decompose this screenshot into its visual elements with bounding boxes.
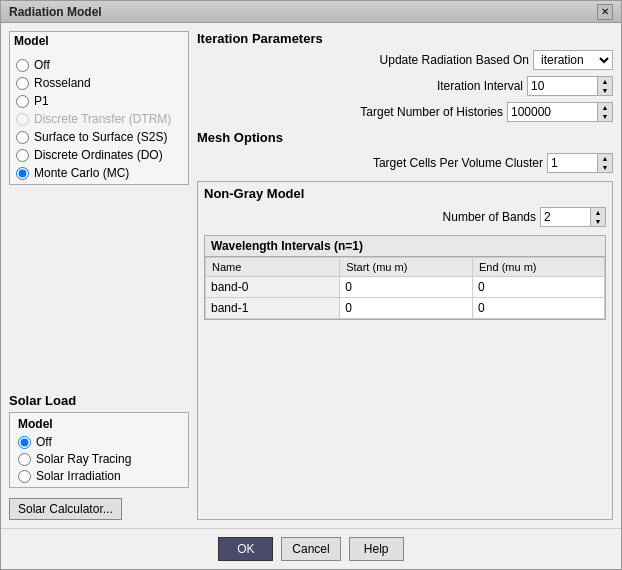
- table-header-row: Name Start (mu m) End (mu m): [206, 258, 605, 277]
- bands-up-button[interactable]: ▲: [591, 208, 605, 217]
- model-option-mc[interactable]: Monte Carlo (MC): [16, 166, 182, 180]
- bands-label: Number of Bands: [443, 210, 536, 224]
- iteration-params: Update Radiation Based On iteration Iter…: [197, 50, 613, 122]
- nongray-section: Non-Gray Model Number of Bands ▲ ▼ Wavel…: [197, 181, 613, 520]
- band0-end-cell: [473, 277, 605, 298]
- band1-end-input[interactable]: [474, 299, 603, 317]
- solar-model-subtitle: Model: [18, 417, 180, 431]
- model-option-p1[interactable]: P1: [16, 94, 182, 108]
- bands-spinner-buttons: ▲ ▼: [590, 207, 606, 227]
- cells-down-button[interactable]: ▼: [598, 163, 612, 172]
- solar-option-off[interactable]: Off: [18, 435, 180, 449]
- histories-row: Target Number of Histories ▲ ▼: [197, 102, 613, 122]
- right-panel: Iteration Parameters Update Radiation Ba…: [197, 31, 613, 520]
- interval-spinner-buttons: ▲ ▼: [597, 76, 613, 96]
- interval-row: Iteration Interval ▲ ▼: [197, 76, 613, 96]
- band0-start-input[interactable]: [341, 278, 471, 296]
- wavelength-table-container: Wavelength Intervals (n=1) Name Start (m…: [204, 235, 606, 320]
- wavelength-table-title: Wavelength Intervals (n=1): [205, 236, 605, 257]
- cells-label: Target Cells Per Volume Cluster: [373, 156, 543, 170]
- band1-name-input[interactable]: [207, 299, 338, 317]
- footer: OK Cancel Help: [1, 528, 621, 569]
- band0-name-cell: [206, 277, 340, 298]
- bands-down-button[interactable]: ▼: [591, 217, 605, 226]
- solar-calculator-button[interactable]: Solar Calculator...: [9, 498, 122, 520]
- col-name: Name: [206, 258, 340, 277]
- help-button[interactable]: Help: [349, 537, 404, 561]
- cells-up-button[interactable]: ▲: [598, 154, 612, 163]
- band1-start-cell: [340, 298, 473, 319]
- histories-label: Target Number of Histories: [360, 105, 503, 119]
- model-radio-rosseland[interactable]: [16, 77, 29, 90]
- band1-end-cell: [473, 298, 605, 319]
- cancel-button[interactable]: Cancel: [281, 537, 340, 561]
- band0-start-cell: [340, 277, 473, 298]
- bands-input[interactable]: [540, 207, 590, 227]
- ok-button[interactable]: OK: [218, 537, 273, 561]
- col-start: Start (mu m): [340, 258, 473, 277]
- cells-spinner-buttons: ▲ ▼: [597, 153, 613, 173]
- dialog-title: Radiation Model: [9, 5, 102, 19]
- model-option-do[interactable]: Discrete Ordinates (DO): [16, 148, 182, 162]
- histories-input[interactable]: [507, 102, 597, 122]
- bands-spinner: ▲ ▼: [540, 207, 606, 227]
- model-radio-p1[interactable]: [16, 95, 29, 108]
- interval-spinner: ▲ ▼: [527, 76, 613, 96]
- cells-row: Target Cells Per Volume Cluster ▲ ▼: [197, 153, 613, 173]
- histories-up-button[interactable]: ▲: [598, 103, 612, 112]
- table-row: [206, 298, 605, 319]
- histories-spinner-buttons: ▲ ▼: [597, 102, 613, 122]
- solar-model-group: Model Off Solar Ray Tracing Solar Irradi…: [9, 412, 189, 488]
- model-option-dtrm: Discrete Transfer (DTRM): [16, 112, 182, 126]
- radiation-model-dialog: Radiation Model ✕ Model Off Rosseland: [0, 0, 622, 570]
- nongray-title: Non-Gray Model: [204, 186, 606, 201]
- update-dropdown-group: iteration: [533, 50, 613, 70]
- model-option-s2s[interactable]: Surface to Surface (S2S): [16, 130, 182, 144]
- band1-name-cell: [206, 298, 340, 319]
- iteration-title: Iteration Parameters: [197, 31, 613, 50]
- interval-down-button[interactable]: ▼: [598, 86, 612, 95]
- mesh-section: Mesh Options Target Cells Per Volume Clu…: [197, 130, 613, 173]
- model-option-off[interactable]: Off: [16, 58, 182, 72]
- wavelength-table: Name Start (mu m) End (mu m): [205, 257, 605, 319]
- model-radio-group: Off Rosseland P1 Discrete Transfer (DTRM…: [10, 54, 188, 184]
- solar-radio-off[interactable]: [18, 436, 31, 449]
- band0-name-input[interactable]: [207, 278, 338, 296]
- mesh-title: Mesh Options: [197, 130, 613, 149]
- interval-input[interactable]: [527, 76, 597, 96]
- histories-spinner: ▲ ▼: [507, 102, 613, 122]
- update-dropdown[interactable]: iteration: [533, 50, 613, 70]
- model-group-title: Model: [10, 32, 188, 50]
- update-row: Update Radiation Based On iteration: [197, 50, 613, 70]
- solar-option-irradiation[interactable]: Solar Irradiation: [18, 469, 180, 483]
- update-label: Update Radiation Based On: [380, 53, 529, 67]
- model-radio-mc[interactable]: [16, 167, 29, 180]
- band1-start-input[interactable]: [341, 299, 471, 317]
- solar-radio-ray[interactable]: [18, 453, 31, 466]
- solar-radio-irradiation[interactable]: [18, 470, 31, 483]
- model-radio-off[interactable]: [16, 59, 29, 72]
- iteration-section: Iteration Parameters Update Radiation Ba…: [197, 31, 613, 122]
- close-button[interactable]: ✕: [597, 4, 613, 20]
- model-radio-dtrm: [16, 113, 29, 126]
- model-group: Model Off Rosseland P1: [9, 31, 189, 185]
- cells-spinner: ▲ ▼: [547, 153, 613, 173]
- left-panel: Model Off Rosseland P1: [9, 31, 189, 520]
- solar-load-title: Solar Load: [9, 393, 189, 408]
- interval-label: Iteration Interval: [437, 79, 523, 93]
- model-radio-s2s[interactable]: [16, 131, 29, 144]
- solar-load-section: Solar Load Model Off Solar Ray Tracing S…: [9, 393, 189, 520]
- model-option-rosseland[interactable]: Rosseland: [16, 76, 182, 90]
- main-content: Model Off Rosseland P1: [1, 23, 621, 528]
- table-row: [206, 277, 605, 298]
- cells-input[interactable]: [547, 153, 597, 173]
- col-end: End (mu m): [473, 258, 605, 277]
- band0-end-input[interactable]: [474, 278, 603, 296]
- interval-up-button[interactable]: ▲: [598, 77, 612, 86]
- bands-row: Number of Bands ▲ ▼: [204, 207, 606, 227]
- histories-down-button[interactable]: ▼: [598, 112, 612, 121]
- solar-option-ray[interactable]: Solar Ray Tracing: [18, 452, 180, 466]
- title-bar: Radiation Model ✕: [1, 1, 621, 23]
- model-radio-do[interactable]: [16, 149, 29, 162]
